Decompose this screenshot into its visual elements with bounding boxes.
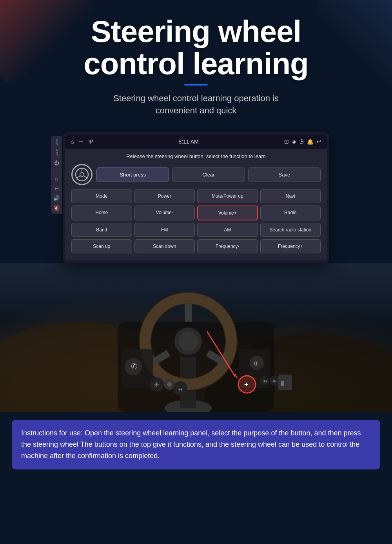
scan-down-btn[interactable]: Scan down	[134, 239, 195, 253]
svg-point-1	[80, 173, 84, 176]
home-side-icon[interactable]: ⌂	[55, 176, 58, 182]
instructions-text: Instructions for use: Open the steering …	[21, 428, 371, 461]
svg-line-3	[76, 176, 80, 178]
mute-side-icon[interactable]: 🔇	[53, 205, 60, 211]
svg-text:✆: ✆	[131, 362, 138, 371]
page: Steering wheel control learning Steering…	[0, 0, 392, 469]
status-bar: ⌂ ▭ Ψ 8:11 AM ⊡ ◈ ℬ 🔔 ↩	[65, 135, 327, 149]
screen-container: MIC RST ⏻ ⌂ ↩ 🔊 🔇 ⌂ ▭ Ψ 8:11 AM	[0, 132, 392, 263]
svg-text:⏮: ⏮	[178, 386, 183, 392]
scan-up-btn[interactable]: Scan up	[71, 239, 132, 253]
fm-btn[interactable]: FM	[134, 223, 195, 237]
svg-text:▓: ▓	[281, 380, 284, 386]
side-divider	[53, 171, 60, 171]
svg-line-4	[84, 176, 87, 178]
cast-icon: ⊡	[284, 138, 289, 145]
home-btn[interactable]: Home	[71, 206, 132, 220]
car-interior: ✆ (( + ⏮ ⏭ ▓ ✳	[0, 263, 392, 412]
location-icon: ◈	[292, 138, 296, 145]
band-btn[interactable]: Band	[71, 223, 132, 237]
mute-power-btn[interactable]: Mute/Power up	[197, 189, 258, 203]
side-panel: MIC RST ⏻ ⌂ ↩ 🔊 🔇	[51, 136, 62, 214]
svg-text:⏭: ⏭	[272, 378, 277, 383]
subtitle: Steering wheel control learning operatio…	[24, 93, 368, 117]
volume-plus-btn[interactable]: Volume+	[197, 206, 258, 220]
frequency-plus-btn[interactable]: Frequency+	[260, 239, 321, 253]
car-svg: ✆ (( + ⏮ ⏭ ▓ ✳	[0, 263, 392, 412]
title-line2: control learning	[83, 46, 308, 81]
display-status-icon: ▭	[78, 138, 83, 145]
clear-btn[interactable]: Clear	[172, 167, 245, 182]
home-status-icon: ⌂	[71, 138, 74, 145]
power-btn[interactable]: Power	[134, 189, 195, 203]
radio-btn[interactable]: Radio	[260, 206, 321, 220]
volume-minus-btn[interactable]: Volume-	[134, 206, 195, 220]
mode-btn[interactable]: Mode	[71, 189, 132, 203]
status-right: ⊡ ◈ ℬ 🔔 ↩	[284, 138, 321, 145]
instructions-box: Instructions for use: Open the steering …	[12, 420, 380, 469]
save-btn[interactable]: Save	[248, 167, 321, 182]
svg-point-16	[178, 331, 198, 351]
usb-status-icon: Ψ	[88, 138, 93, 145]
status-time: 8:11 AM	[178, 138, 198, 145]
back-icon[interactable]: ↩	[317, 138, 321, 145]
svg-point-35	[167, 382, 172, 387]
button-grid: Mode Power Mute/Power up Navi Home Volum…	[71, 189, 321, 253]
title-line1: Steering wheel	[91, 14, 301, 49]
rst-label: RST	[55, 149, 58, 156]
title-underline	[184, 84, 208, 86]
mute-icon: 🔔	[307, 138, 314, 145]
main-title: Steering wheel control learning	[24, 16, 368, 80]
dashboard-photo: ✆ (( + ⏮ ⏭ ▓ ✳	[0, 263, 392, 412]
svg-text:+: +	[244, 380, 249, 388]
control-row-top: Short press Clear Save	[71, 164, 321, 185]
volume-side-icon[interactable]: 🔊	[53, 195, 60, 201]
short-press-btn[interactable]: Short press	[96, 167, 169, 182]
search-radio-btn[interactable]: Search radio station	[260, 223, 321, 237]
instruction-text: Release the steering wheel button, selec…	[71, 153, 321, 159]
function-buttons: Short press Clear Save	[96, 167, 321, 182]
frequency-minus-btn[interactable]: Frequency-	[197, 239, 258, 253]
navi-btn[interactable]: Navi	[260, 189, 321, 203]
bluetooth-icon: ℬ	[299, 138, 304, 145]
svg-text:⏮: ⏮	[263, 378, 267, 383]
screen-ui: ⌂ ▭ Ψ 8:11 AM ⊡ ◈ ℬ 🔔 ↩ Release t	[65, 135, 327, 260]
power-side-icon[interactable]: ⏻	[54, 160, 59, 166]
svg-text:((: ((	[254, 360, 258, 366]
title-section: Steering wheel control learning Steering…	[0, 0, 392, 132]
am-btn[interactable]: AM	[197, 223, 258, 237]
device-frame: MIC RST ⏻ ⌂ ↩ 🔊 🔇 ⌂ ▭ Ψ 8:11 AM	[63, 132, 329, 263]
status-left: ⌂ ▭ Ψ	[71, 138, 93, 145]
svg-text:✳: ✳	[154, 381, 159, 388]
mic-label: MIC	[55, 139, 58, 146]
back-side-icon[interactable]: ↩	[54, 186, 59, 191]
steering-wheel-icon	[71, 164, 93, 185]
screen-content: Release the steering wheel button, selec…	[65, 149, 327, 260]
